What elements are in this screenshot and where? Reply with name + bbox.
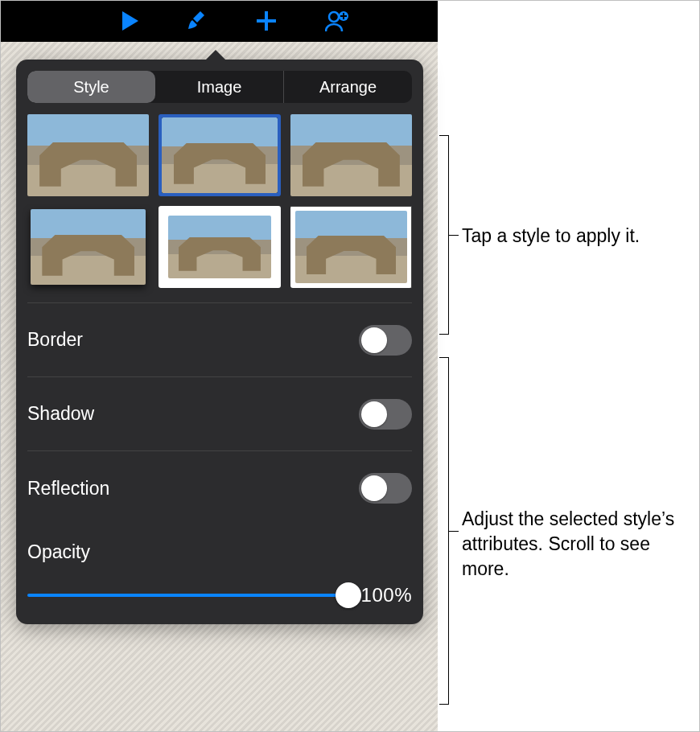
plus-icon[interactable] <box>256 10 277 31</box>
style-presets <box>27 114 412 288</box>
play-icon[interactable] <box>121 11 138 31</box>
style-preset-1[interactable] <box>27 114 149 196</box>
callout-lead-styles <box>449 235 459 236</box>
row-reflection: Reflection <box>27 451 412 525</box>
row-opacity: Opacity 100% <box>27 525 412 607</box>
opacity-slider-knob[interactable] <box>336 582 361 608</box>
label-reflection: Reflection <box>27 478 109 500</box>
label-opacity: Opacity <box>27 541 90 562</box>
opacity-slider[interactable] <box>27 594 348 597</box>
toggle-reflection[interactable] <box>359 473 412 504</box>
style-preset-2[interactable] <box>159 114 280 196</box>
svg-marker-0 <box>122 11 138 31</box>
tab-arrange[interactable]: Arrange <box>284 71 412 103</box>
style-preset-3[interactable] <box>290 114 412 196</box>
brush-icon[interactable] <box>187 10 208 32</box>
toggle-border[interactable] <box>359 325 412 356</box>
label-border: Border <box>27 329 83 351</box>
style-preset-4[interactable] <box>27 206 149 288</box>
style-preset-6[interactable] <box>290 206 412 288</box>
callout-attributes: Adjust the selected style’s attributes. … <box>462 507 687 582</box>
format-popover: Style Image Arrange Border Shadow Reflec… <box>16 60 423 624</box>
callout-bracket-attrs <box>439 357 449 705</box>
tab-style[interactable]: Style <box>27 71 155 103</box>
svg-rect-2 <box>257 19 276 23</box>
callout-lead-attrs <box>449 531 459 532</box>
style-preset-5[interactable] <box>159 206 280 288</box>
opacity-value: 100% <box>361 584 412 607</box>
format-tabs: Style Image Arrange <box>27 71 412 103</box>
style-settings: Border Shadow Reflection <box>27 302 412 525</box>
toggle-shadow[interactable] <box>359 399 412 430</box>
row-shadow: Shadow <box>27 377 412 451</box>
svg-point-3 <box>329 12 339 22</box>
row-border: Border <box>27 303 412 377</box>
callout-bracket-styles <box>439 135 449 335</box>
svg-rect-6 <box>340 15 347 17</box>
app-toolbar <box>0 0 438 42</box>
add-person-icon[interactable] <box>325 10 349 32</box>
callout-styles: Tap a style to apply it. <box>462 224 640 249</box>
label-shadow: Shadow <box>27 403 94 425</box>
tab-image[interactable]: Image <box>155 71 284 103</box>
